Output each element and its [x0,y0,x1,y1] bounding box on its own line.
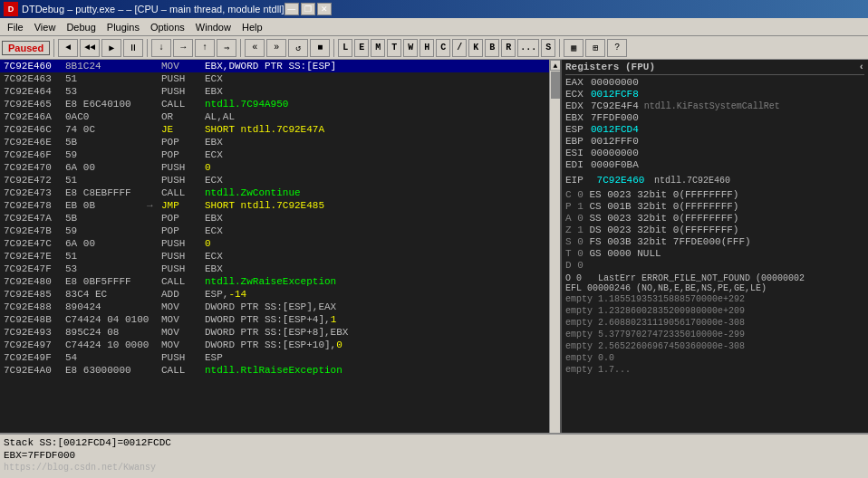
menu-plugins[interactable]: Plugins [101,20,145,34]
reg-name: EDX [565,100,591,112]
disasm-bytes: 895C24 08 [65,326,147,339]
disasm-bytes: 51 [65,250,147,263]
disasm-scrollbar[interactable]: ▲ [549,60,560,433]
toolbar-help[interactable]: ? [607,39,627,57]
step-over-button[interactable]: → [173,39,193,57]
toolbar-dots[interactable]: ... [517,39,539,57]
toolbar-w[interactable]: W [403,39,418,57]
disasm-row[interactable]: 7C92E485 83C4 EC ADD ESP,-14 [0,288,549,301]
fpu-row: empty 2.60880231119056170000e-308 [565,317,864,329]
disasm-addr: 7C92E46A [0,110,65,123]
disasm-row[interactable]: 7C92E473 E8 C8EBFFFF CALL ntdll.ZwContin… [0,186,549,199]
menu-help[interactable]: Help [236,20,268,34]
disasm-addr: 7C92E480 [0,275,65,288]
toolbar-e[interactable]: E [354,39,369,57]
disasm-row[interactable]: 7C92E4A0 E8 63000000 CALL ntdll.RtlRaise… [0,364,549,377]
back3-button[interactable]: « [245,39,265,57]
disasm-row[interactable]: 7C92E465 E8 E6C40100 CALL ntdll.7C94A950 [0,98,549,110]
run-to-button[interactable]: ⇒ [217,39,236,57]
play-button[interactable]: ▶ [101,39,121,57]
toolbar-slash[interactable]: / [452,39,467,57]
stop-button[interactable]: ■ [310,39,330,57]
disasm-row[interactable]: 7C92E478 EB 0B → JMP SHORT ntdll.7C92E48… [0,199,549,212]
disasm-mnem: POP [158,212,203,225]
menu-window[interactable]: Window [190,20,236,34]
disasm-row[interactable]: 7C92E497 C74424 10 0000 MOV DWORD PTR SS… [0,339,549,351]
toolbar-s[interactable]: S [541,39,555,57]
toolbar-m[interactable]: M [371,39,385,57]
disasm-row[interactable]: 7C92E48B C74424 04 0100 MOV DWORD PTR SS… [0,313,549,326]
menu-file[interactable]: File [2,20,29,34]
disasm-row[interactable]: 7C92E47A 5B POP EBX [0,212,549,225]
disasm-row[interactable]: 7C92E480 E8 0BF5FFFF CALL ntdll.ZwRaiseE… [0,275,549,288]
disasm-row[interactable]: 7C92E47E 51 PUSH ECX [0,250,549,263]
fwd-button[interactable]: » [266,39,286,57]
disasm-row[interactable]: 7C92E460 8B1C24 MOV EBX,DWORD PTR SS:[ES… [0,60,549,72]
toolbar-r[interactable]: R [501,39,516,57]
disasm-row[interactable]: 7C92E470 6A 00 PUSH 0 [0,161,549,174]
flag-row: D 0 [565,260,864,272]
minimize-button[interactable]: — [285,3,299,15]
menu-options[interactable]: Options [145,20,190,34]
disasm-row[interactable]: 7C92E493 895C24 08 MOV DWORD PTR SS:[ESP… [0,326,549,339]
registers-collapse[interactable]: ‹ [858,62,864,72]
disasm-row[interactable]: 7C92E46A 0AC0 OR AL,AL [0,110,549,123]
toolbar-t[interactable]: T [387,39,401,57]
disasm-row[interactable]: 7C92E472 51 PUSH ECX [0,174,549,186]
restore-button[interactable]: ❐ [301,3,315,15]
flag-row: A 0 SS 0023 32bit 0(FFFFFFFF) [565,213,864,225]
fpu-row: empty 1.18551935315888570000e+292 [565,293,864,305]
menu-debug[interactable]: Debug [61,20,101,34]
disasm-row[interactable]: 7C92E47F 53 PUSH EBX [0,263,549,275]
disasm-bytes: 5B [65,136,147,148]
disasm-ops: EBX [203,263,549,275]
toolbar-l[interactable]: L [338,39,352,57]
toolbar-grid2[interactable]: ⊞ [585,39,605,57]
disasm-bytes: EB 0B [65,199,147,212]
toolbar-k[interactable]: K [468,39,483,57]
disasm-ops: ntdll.7C94A950 [203,98,549,110]
register-row: ESP0012FCD4 [565,124,864,136]
menu-view[interactable]: View [29,20,62,34]
toolbar-h[interactable]: H [420,39,434,57]
toolbar-c[interactable]: C [436,39,450,57]
back2-button[interactable]: ◄◄ [80,39,100,57]
toolbar-sep-3 [240,39,241,57]
register-row: EDI0000F0BA [565,159,864,171]
back-button[interactable]: ◄ [58,39,78,57]
disasm-scroll[interactable]: 7C92E460 8B1C24 MOV EBX,DWORD PTR SS:[ES… [0,60,549,433]
disasm-bytes: 6A 00 [65,161,147,174]
flag-row: Z 1 DS 0023 32bit 0(FFFFFFFF) [565,225,864,236]
disasm-ops: DWORD PTR SS:[ESP],EAX [203,301,549,313]
paused-button[interactable]: Paused [2,41,50,55]
disasm-row[interactable]: 7C92E488 890424 MOV DWORD PTR SS:[ESP],E… [0,301,549,313]
disasm-arrow [147,212,158,225]
status-line-1: Stack SS:[0012FCD4]=0012FCDC [4,436,864,449]
scroll-thumb[interactable] [551,72,560,99]
disasm-row[interactable]: 7C92E47B 59 POP ECX [0,225,549,237]
disasm-ops: ntdll.ZwRaiseException [203,275,549,288]
disasm-mnem: PUSH [158,250,203,263]
restart-button[interactable]: ↺ [288,39,308,57]
close-button[interactable]: ✕ [317,3,332,15]
disasm-row[interactable]: 7C92E463 51 PUSH ECX [0,72,549,85]
disasm-row[interactable]: 7C92E47C 6A 00 PUSH 0 [0,237,549,250]
step-into-button[interactable]: ↓ [151,39,171,57]
disasm-row[interactable]: 7C92E46E 5B POP EBX [0,136,549,148]
disasm-row[interactable]: 7C92E46C 74 0C JE SHORT ntdll.7C92E47A [0,123,549,136]
step-out-button[interactable]: ↑ [195,39,215,57]
reg-name: ESI [565,148,591,159]
toolbar-b[interactable]: B [485,39,499,57]
toolbar: Paused ◄ ◄◄ ▶ ⏸ ↓ → ↑ ⇒ « » ↺ ■ L E M T … [0,36,868,60]
disasm-row[interactable]: 7C92E49F 54 PUSH ESP [0,351,549,364]
disasm-arrow [147,110,158,123]
disasm-mnem: ADD [158,288,203,301]
register-list: EAX00000000ECX0012FCF8EDX7C92E4F4 ntdll.… [565,77,864,171]
disasm-row[interactable]: 7C92E464 53 PUSH EBX [0,85,549,98]
pause-button[interactable]: ⏸ [123,39,143,57]
disasm-mnem: MOV [158,326,203,339]
disasm-arrow [147,186,158,199]
disasm-row[interactable]: 7C92E46F 59 POP ECX [0,148,549,161]
fpu-row: empty 0.0 [565,352,864,364]
toolbar-grid1[interactable]: ▦ [564,39,583,57]
